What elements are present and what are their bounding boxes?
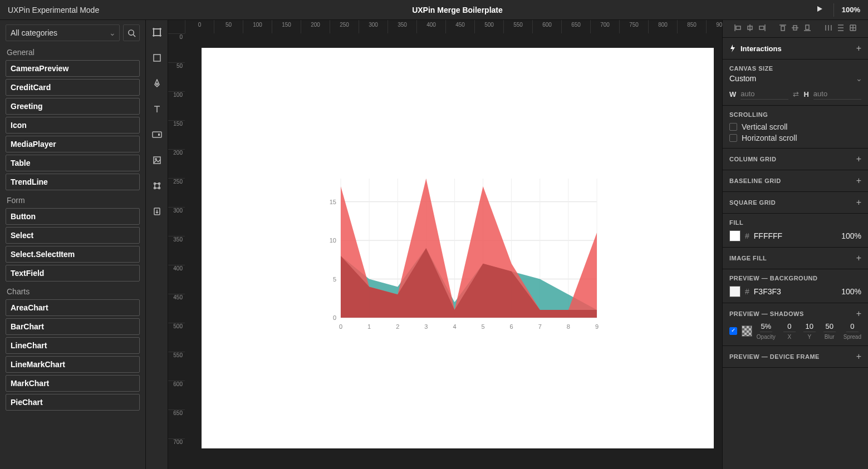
svg-text:3: 3 [424,323,428,330]
fill-hex-input[interactable]: FFFFFF [754,231,837,240]
plus-icon[interactable]: + [856,253,861,263]
align-bottom-icon[interactable] [803,24,811,33]
height-label: H [803,90,808,98]
tool-text[interactable] [150,102,164,116]
area-chart[interactable]: 0510150123456789 [324,173,602,334]
svg-text:9: 9 [595,323,599,330]
component-item[interactable]: CameraPreview [6,60,140,77]
shadow-enabled-checkbox[interactable] [729,327,737,335]
shadow-color-swatch[interactable] [742,325,752,337]
search-button[interactable] [123,24,140,41]
tool-rectangle[interactable] [150,51,164,65]
plus-icon[interactable]: + [856,176,861,186]
svg-rect-54 [736,26,741,29]
tool-interaction[interactable] [150,205,164,218]
canvas-size-section: CANVAS SIZE Custom ⌄ W auto ⇄ H auto [723,60,868,106]
fill-swatch[interactable] [729,230,741,241]
svg-text:2: 2 [396,323,399,330]
distribute-grid-icon[interactable] [849,24,857,33]
component-item[interactable]: BarChart [6,318,140,335]
align-left-icon[interactable] [734,24,742,33]
tool-pen[interactable] [150,77,164,90]
preview-bg-swatch[interactable] [729,286,741,297]
ruler-horizontal: 0501001502002503003504004505005506006507… [185,20,722,33]
distribute-h-icon[interactable] [825,24,832,33]
svg-text:5: 5 [481,323,484,330]
svg-line-1 [133,34,135,37]
width-input[interactable]: auto [741,88,788,100]
align-center-h-icon[interactable] [746,24,754,33]
svg-text:15: 15 [330,199,336,205]
svg-rect-58 [759,26,764,29]
svg-rect-12 [158,134,160,136]
preview-bg-opacity-input[interactable]: 100% [841,287,861,296]
component-item[interactable]: Select.SelectItem [6,246,140,263]
shadow-opacity-input[interactable]: 5% [760,322,772,332]
component-item[interactable]: Table [6,155,140,171]
component-item[interactable]: LineChart [6,337,140,354]
preview-shadows-section: PREVIEW — SHADOWS + 5%Opacity 0X 10Y 50B… [723,303,868,346]
interactions-label: Interactions [741,45,782,53]
component-item[interactable]: TextField [6,265,140,282]
align-center-v-icon[interactable] [791,24,799,33]
fill-opacity-input[interactable]: 100% [841,231,861,240]
plus-icon[interactable]: + [856,154,861,164]
alignment-tools [723,20,868,38]
align-right-icon[interactable] [758,24,766,33]
chevron-down-icon: ⌄ [109,28,115,37]
shadow-blur-input[interactable]: 50 [823,322,836,332]
component-item[interactable]: Icon [6,117,140,134]
tool-button[interactable] [150,128,164,141]
component-item[interactable]: LineMarkChart [6,356,140,373]
vertical-scroll-checkbox[interactable]: Vertical scroll [729,122,861,131]
svg-text:1: 1 [367,323,371,330]
preview-bg-hex-input[interactable]: F3F3F3 [754,287,837,296]
component-item[interactable]: CreditCard [6,79,140,96]
artboard[interactable]: 0510150123456789 [202,48,714,448]
category-select-label: All categories [11,28,57,37]
shadow-y-input[interactable]: 10 [803,322,816,332]
component-item[interactable]: Greeting [6,98,140,115]
zoom-level[interactable]: 100% [833,3,860,17]
component-item[interactable]: MarkChart [6,375,140,392]
image-fill-section[interactable]: IMAGE FILL + [723,248,868,269]
square-grid-section[interactable]: SQUARE GRID + [723,192,868,214]
ruler-vertical: 0501001502002503003504004505005506006507… [168,33,185,469]
horizontal-scroll-checkbox[interactable]: Horizontal scroll [729,134,861,142]
add-interaction-icon[interactable]: + [856,43,861,53]
component-item[interactable]: Select [6,227,140,244]
baseline-grid-section[interactable]: BASELINE GRID + [723,170,868,192]
scrolling-section: SCROLLING Vertical scroll Horizontal scr… [723,106,868,149]
plus-icon[interactable]: + [856,198,861,208]
svg-point-8 [156,83,158,85]
preview-bg-section: PREVIEW — BACKGROUND #F3F3F3 100% [723,269,868,303]
preview-device-section[interactable]: PREVIEW — DEVICE FRAME + [723,346,868,368]
distribute-v-icon[interactable] [837,24,845,33]
canvas-size-select[interactable]: Custom ⌄ [729,72,861,85]
component-item[interactable]: MediaPlayer [6,136,140,152]
project-title: UXPin Merge Boilerplate [99,6,816,14]
component-item[interactable]: PieChart [6,394,140,411]
fill-section: FILL #FFFFFF 100% [723,214,868,248]
swap-icon[interactable]: ⇄ [793,90,799,98]
properties-panel: Interactions + CANVAS SIZE Custom ⌄ W au… [722,20,868,469]
category-select[interactable]: All categories ⌄ [6,24,120,41]
canvas-size-label: CANVAS SIZE [729,65,861,72]
tool-image[interactable] [150,154,164,167]
column-grid-section[interactable]: COLUMN GRID + [723,149,868,170]
tool-component[interactable] [150,179,164,192]
plus-icon[interactable]: + [856,309,861,319]
group-label: General [7,48,140,57]
interactions-section[interactable]: Interactions + [723,38,868,60]
tool-artboard[interactable] [150,26,164,39]
shadow-x-input[interactable]: 0 [783,322,796,332]
plus-icon[interactable]: + [856,352,861,362]
component-item[interactable]: Button [6,208,140,225]
shadow-spread-input[interactable]: 0 [846,322,859,332]
height-input[interactable]: auto [813,88,861,100]
play-icon[interactable] [816,5,823,14]
align-top-icon[interactable] [779,24,787,33]
component-item[interactable]: AreaChart [6,299,140,316]
component-item[interactable]: TrendLine [6,174,140,190]
canvas[interactable]: 0501001502002503003504004505005506006507… [168,20,722,469]
